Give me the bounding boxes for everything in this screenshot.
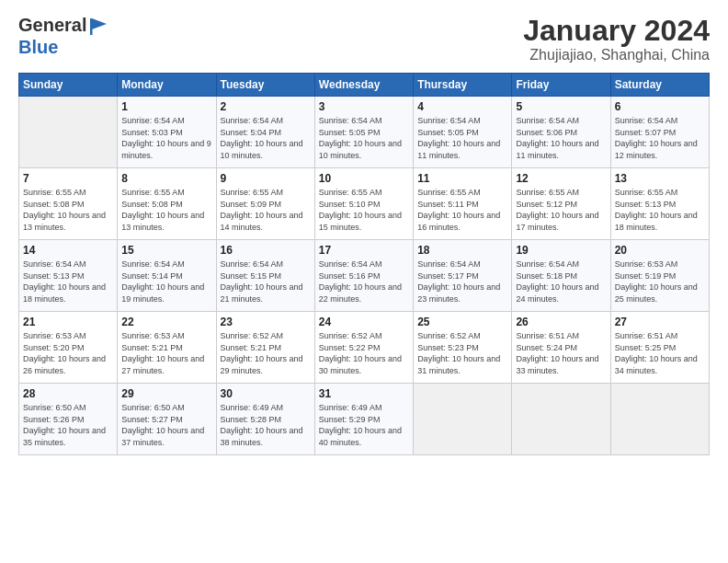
day-info: Sunrise: 6:51 AMSunset: 5:25 PMDaylight:…: [615, 330, 705, 376]
day-number: 13: [615, 172, 705, 185]
day-cell: 1Sunrise: 6:54 AMSunset: 5:03 PMDaylight…: [118, 97, 216, 168]
day-info: Sunrise: 6:53 AMSunset: 5:21 PMDaylight:…: [121, 330, 211, 376]
day-number: 11: [417, 172, 507, 185]
header: General Blue January 2024 Zhujiajiao, Sh…: [18, 15, 710, 63]
day-cell: 28Sunrise: 6:50 AMSunset: 5:26 PMDayligh…: [19, 384, 118, 455]
day-info: Sunrise: 6:55 AMSunset: 5:08 PMDaylight:…: [121, 187, 211, 233]
day-info: Sunrise: 6:55 AMSunset: 5:09 PMDaylight:…: [221, 187, 311, 233]
day-cell: [19, 97, 118, 168]
weekday-header-tuesday: Tuesday: [216, 74, 314, 97]
day-info: Sunrise: 6:54 AMSunset: 5:05 PMDaylight:…: [319, 115, 409, 161]
day-cell: 6Sunrise: 6:54 AMSunset: 5:07 PMDaylight…: [610, 97, 709, 168]
day-info: Sunrise: 6:50 AMSunset: 5:26 PMDaylight:…: [23, 402, 113, 448]
day-number: 25: [417, 316, 507, 328]
day-cell: 22Sunrise: 6:53 AMSunset: 5:21 PMDayligh…: [118, 312, 216, 384]
day-info: Sunrise: 6:49 AMSunset: 5:29 PMDaylight:…: [319, 402, 409, 448]
logo: General Blue: [18, 15, 108, 57]
logo-general: General: [18, 15, 86, 35]
day-number: 30: [221, 387, 311, 400]
week-row-1: 1Sunrise: 6:54 AMSunset: 5:03 PMDaylight…: [19, 97, 710, 168]
day-info: Sunrise: 6:52 AMSunset: 5:23 PMDaylight:…: [417, 330, 507, 376]
day-number: 28: [23, 387, 113, 400]
day-info: Sunrise: 6:55 AMSunset: 5:13 PMDaylight:…: [615, 187, 705, 233]
day-info: Sunrise: 6:54 AMSunset: 5:05 PMDaylight:…: [417, 115, 507, 161]
day-info: Sunrise: 6:55 AMSunset: 5:10 PMDaylight:…: [319, 187, 409, 233]
day-number: 27: [615, 316, 705, 328]
day-info: Sunrise: 6:54 AMSunset: 5:06 PMDaylight:…: [516, 115, 606, 161]
day-cell: 3Sunrise: 6:54 AMSunset: 5:05 PMDaylight…: [314, 97, 413, 168]
day-cell: 21Sunrise: 6:53 AMSunset: 5:20 PMDayligh…: [19, 312, 118, 384]
week-row-3: 14Sunrise: 6:54 AMSunset: 5:13 PMDayligh…: [19, 240, 710, 312]
calendar-page: General Blue January 2024 Zhujiajiao, Sh…: [0, 0, 728, 563]
day-number: 18: [417, 244, 507, 257]
day-cell: 14Sunrise: 6:54 AMSunset: 5:13 PMDayligh…: [19, 240, 118, 312]
day-info: Sunrise: 6:54 AMSunset: 5:14 PMDaylight:…: [121, 259, 211, 304]
day-cell: [610, 384, 709, 455]
day-info: Sunrise: 6:54 AMSunset: 5:16 PMDaylight:…: [319, 259, 409, 304]
location: Zhujiajiao, Shanghai, China: [523, 47, 710, 63]
day-number: 20: [615, 244, 705, 257]
weekday-header-friday: Friday: [512, 74, 610, 97]
day-cell: 19Sunrise: 6:54 AMSunset: 5:18 PMDayligh…: [512, 240, 610, 312]
day-number: 23: [221, 316, 311, 328]
day-info: Sunrise: 6:54 AMSunset: 5:18 PMDaylight:…: [516, 259, 606, 304]
day-number: 3: [319, 100, 409, 113]
day-number: 16: [221, 244, 311, 257]
day-info: Sunrise: 6:54 AMSunset: 5:04 PMDaylight:…: [221, 115, 311, 161]
day-number: 9: [221, 172, 311, 185]
day-info: Sunrise: 6:53 AMSunset: 5:19 PMDaylight:…: [615, 259, 705, 304]
svg-rect-1: [90, 18, 93, 35]
day-number: 4: [417, 100, 507, 113]
title-block: January 2024 Zhujiajiao, Shanghai, China: [523, 15, 710, 63]
day-cell: 13Sunrise: 6:55 AMSunset: 5:13 PMDayligh…: [610, 168, 709, 240]
day-cell: 18Sunrise: 6:54 AMSunset: 5:17 PMDayligh…: [414, 240, 512, 312]
day-number: 5: [516, 100, 606, 113]
day-number: 31: [319, 387, 409, 400]
day-cell: 11Sunrise: 6:55 AMSunset: 5:11 PMDayligh…: [414, 168, 512, 240]
day-cell: 17Sunrise: 6:54 AMSunset: 5:16 PMDayligh…: [314, 240, 413, 312]
day-cell: 7Sunrise: 6:55 AMSunset: 5:08 PMDaylight…: [19, 168, 118, 240]
weekday-header-sunday: Sunday: [19, 74, 118, 97]
day-info: Sunrise: 6:53 AMSunset: 5:20 PMDaylight:…: [23, 330, 113, 376]
day-info: Sunrise: 6:49 AMSunset: 5:28 PMDaylight:…: [221, 402, 311, 448]
day-number: 22: [121, 316, 211, 328]
day-info: Sunrise: 6:55 AMSunset: 5:11 PMDaylight:…: [417, 187, 507, 233]
day-cell: 30Sunrise: 6:49 AMSunset: 5:28 PMDayligh…: [216, 384, 314, 455]
day-cell: 5Sunrise: 6:54 AMSunset: 5:06 PMDaylight…: [512, 97, 610, 168]
day-cell: 25Sunrise: 6:52 AMSunset: 5:23 PMDayligh…: [414, 312, 512, 384]
calendar-table: SundayMondayTuesdayWednesdayThursdayFrid…: [18, 73, 710, 455]
day-cell: 16Sunrise: 6:54 AMSunset: 5:15 PMDayligh…: [216, 240, 314, 312]
day-info: Sunrise: 6:54 AMSunset: 5:13 PMDaylight:…: [23, 259, 113, 304]
week-row-2: 7Sunrise: 6:55 AMSunset: 5:08 PMDaylight…: [19, 168, 710, 240]
week-row-5: 28Sunrise: 6:50 AMSunset: 5:26 PMDayligh…: [19, 384, 710, 455]
day-cell: 27Sunrise: 6:51 AMSunset: 5:25 PMDayligh…: [610, 312, 709, 384]
day-number: 29: [121, 387, 211, 400]
day-info: Sunrise: 6:54 AMSunset: 5:17 PMDaylight:…: [417, 259, 507, 304]
day-cell: 2Sunrise: 6:54 AMSunset: 5:04 PMDaylight…: [216, 97, 314, 168]
day-cell: 23Sunrise: 6:52 AMSunset: 5:21 PMDayligh…: [216, 312, 314, 384]
logo-blue: Blue: [18, 37, 108, 57]
day-number: 6: [615, 100, 705, 113]
day-info: Sunrise: 6:51 AMSunset: 5:24 PMDaylight:…: [516, 330, 606, 376]
day-info: Sunrise: 6:54 AMSunset: 5:07 PMDaylight:…: [615, 115, 705, 161]
day-number: 1: [121, 100, 211, 113]
day-number: 26: [516, 316, 606, 328]
day-cell: 8Sunrise: 6:55 AMSunset: 5:08 PMDaylight…: [118, 168, 216, 240]
day-number: 17: [319, 244, 409, 257]
logo-flag-icon: [88, 17, 108, 37]
day-cell: 12Sunrise: 6:55 AMSunset: 5:12 PMDayligh…: [512, 168, 610, 240]
week-row-4: 21Sunrise: 6:53 AMSunset: 5:20 PMDayligh…: [19, 312, 710, 384]
day-cell: 31Sunrise: 6:49 AMSunset: 5:29 PMDayligh…: [314, 384, 413, 455]
svg-marker-0: [92, 18, 107, 29]
day-cell: 20Sunrise: 6:53 AMSunset: 5:19 PMDayligh…: [610, 240, 709, 312]
weekday-header-thursday: Thursday: [414, 74, 512, 97]
day-cell: 26Sunrise: 6:51 AMSunset: 5:24 PMDayligh…: [512, 312, 610, 384]
day-info: Sunrise: 6:52 AMSunset: 5:21 PMDaylight:…: [221, 330, 311, 376]
day-info: Sunrise: 6:55 AMSunset: 5:12 PMDaylight:…: [516, 187, 606, 233]
day-number: 8: [121, 172, 211, 185]
day-cell: 15Sunrise: 6:54 AMSunset: 5:14 PMDayligh…: [118, 240, 216, 312]
weekday-header-monday: Monday: [118, 74, 216, 97]
day-number: 2: [221, 100, 311, 113]
day-number: 12: [516, 172, 606, 185]
day-info: Sunrise: 6:54 AMSunset: 5:15 PMDaylight:…: [221, 259, 311, 304]
